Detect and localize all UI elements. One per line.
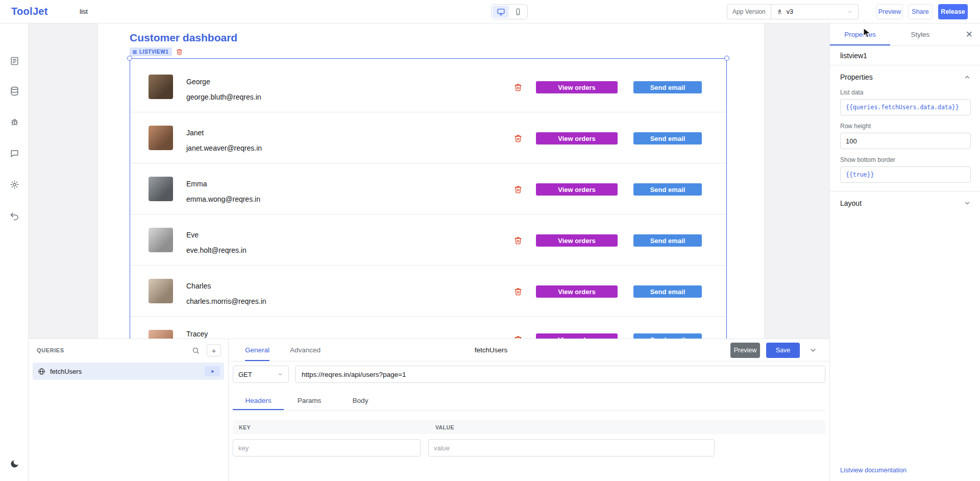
tab-styles[interactable]: Styles: [890, 23, 950, 45]
preview-button[interactable]: Preview: [876, 4, 903, 19]
customer-name[interactable]: Charles: [186, 282, 211, 290]
listview-documentation-link[interactable]: Listview documentation: [840, 467, 906, 474]
section-properties-header[interactable]: Properties: [830, 65, 980, 89]
sidebar-item-pages[interactable]: [6, 52, 23, 69]
send-email-button[interactable]: Send email: [633, 132, 702, 145]
field-list-data: List data {{queries.fetchUsers.data.data…: [830, 89, 980, 115]
show-bottom-border-input[interactable]: {{true}}: [840, 166, 971, 183]
tab-params[interactable]: Params: [284, 392, 335, 410]
list-item: Eve eve.holt@reqres.in View orders Send …: [130, 214, 726, 266]
tab-body[interactable]: Body: [335, 392, 386, 410]
section-layout: Layout: [830, 191, 980, 215]
canvas-region: Customer dashboard LISTVIEW1 George geor…: [29, 23, 829, 339]
query-save-button[interactable]: Save: [766, 343, 800, 358]
view-orders-button[interactable]: View orders: [536, 285, 618, 298]
close-icon[interactable]: ✕: [966, 29, 973, 40]
monitor-icon: [497, 8, 505, 16]
send-email-button[interactable]: Send email: [633, 234, 702, 247]
desktop-layout-button[interactable]: [493, 6, 509, 18]
send-email-button[interactable]: Send email: [633, 285, 702, 298]
listview-widget-handle[interactable]: LISTVIEW1: [130, 47, 172, 56]
resize-handle-top-left[interactable]: [127, 56, 132, 61]
delete-row-icon[interactable]: [514, 287, 522, 296]
delete-widget-icon[interactable]: [176, 49, 183, 55]
customer-name[interactable]: Janet: [186, 129, 204, 137]
dark-mode-toggle[interactable]: [6, 455, 23, 472]
view-orders-button[interactable]: View orders: [536, 333, 618, 339]
list-data-label: List data: [840, 89, 971, 96]
resize-handle-top-right[interactable]: [724, 56, 729, 61]
avatar-image[interactable]: [149, 126, 173, 150]
header-value-input[interactable]: [428, 439, 715, 456]
app-name[interactable]: list: [80, 8, 88, 15]
chevron-down-icon: [847, 9, 853, 15]
sidebar-item-comments[interactable]: [6, 145, 23, 162]
view-orders-button[interactable]: View orders: [536, 81, 618, 93]
avatar-image[interactable]: [149, 228, 173, 252]
customer-name[interactable]: George: [186, 78, 210, 86]
sidebar-item-debugger[interactable]: [6, 113, 23, 131]
release-button[interactable]: Release: [938, 4, 968, 19]
view-orders-button[interactable]: View orders: [536, 132, 618, 145]
app-canvas[interactable]: Customer dashboard LISTVIEW1 George geor…: [98, 23, 764, 339]
query-preview-button[interactable]: Preview: [730, 343, 760, 358]
query-panel: QUERIES + fetchUsers: [29, 339, 829, 481]
collapse-panel-icon[interactable]: [809, 346, 817, 354]
inspected-widget-name[interactable]: listview1: [830, 46, 980, 65]
delete-row-icon[interactable]: [514, 185, 522, 194]
add-query-button[interactable]: +: [207, 344, 221, 356]
view-orders-button[interactable]: View orders: [536, 234, 618, 247]
tab-advanced[interactable]: Advanced: [290, 339, 321, 361]
run-query-button[interactable]: [205, 366, 220, 376]
delete-row-icon[interactable]: [514, 236, 522, 245]
sidebar-item-datasources[interactable]: [6, 82, 23, 100]
sidebar-item-undo[interactable]: [6, 207, 23, 224]
query-url-input[interactable]: [295, 366, 825, 383]
send-email-button[interactable]: Send email: [633, 183, 702, 196]
tooljet-logo[interactable]: ToolJet: [11, 6, 48, 17]
gear-icon: [10, 180, 19, 189]
avatar-image[interactable]: [149, 75, 173, 99]
search-queries-button[interactable]: [188, 344, 203, 356]
customer-name[interactable]: Tracey: [186, 330, 208, 338]
section-layout-header[interactable]: Layout: [830, 191, 980, 215]
customer-email[interactable]: emma.wong@reqres.in: [186, 195, 260, 203]
avatar-image[interactable]: [149, 177, 173, 201]
delete-row-icon[interactable]: [514, 134, 522, 142]
chevron-down-icon: [277, 371, 283, 377]
row-height-input[interactable]: 100: [840, 133, 971, 149]
search-icon: [192, 347, 200, 354]
customer-email[interactable]: charles.morris@reqres.in: [186, 297, 266, 305]
sidebar-item-settings[interactable]: [6, 176, 23, 193]
listview-widget[interactable]: George george.bluth@reqres.in View order…: [130, 58, 727, 339]
undo-icon: [10, 211, 19, 221]
avatar-image[interactable]: [149, 330, 173, 339]
tab-general[interactable]: General: [245, 339, 270, 361]
view-orders-button[interactable]: View orders: [536, 183, 618, 196]
tab-headers[interactable]: Headers: [233, 392, 284, 410]
send-email-button[interactable]: Send email: [633, 81, 702, 93]
query-list-item[interactable]: fetchUsers: [33, 363, 224, 380]
left-sidebar: [0, 23, 29, 481]
header-key-input[interactable]: [233, 439, 421, 456]
version-dropdown[interactable]: v3: [771, 4, 859, 19]
delete-row-icon[interactable]: [514, 83, 522, 91]
customer-email[interactable]: george.bluth@reqres.in: [186, 93, 261, 101]
play-icon: [210, 369, 215, 374]
mobile-layout-button[interactable]: [510, 6, 526, 18]
page-title-widget[interactable]: Customer dashboard: [130, 32, 237, 44]
share-button[interactable]: Share: [908, 4, 933, 19]
customer-name[interactable]: Emma: [186, 180, 207, 188]
avatar-image[interactable]: [149, 279, 173, 303]
send-email-button[interactable]: Send email: [633, 333, 702, 339]
customer-email[interactable]: janet.weaver@reqres.in: [186, 144, 262, 152]
http-method-select[interactable]: GET: [233, 366, 289, 383]
query-editor-header: General Advanced fetchUsers Preview Save: [229, 339, 829, 362]
listview-icon: [132, 50, 137, 55]
tab-properties[interactable]: Properties: [830, 23, 890, 45]
row-height-label: Row height: [840, 123, 971, 130]
list-data-input[interactable]: {{queries.fetchUsers.data.data}}: [840, 99, 971, 115]
field-row-height: Row height 100: [830, 123, 980, 149]
customer-name[interactable]: Eve: [186, 231, 199, 239]
customer-email[interactable]: eve.holt@reqres.in: [186, 246, 247, 254]
